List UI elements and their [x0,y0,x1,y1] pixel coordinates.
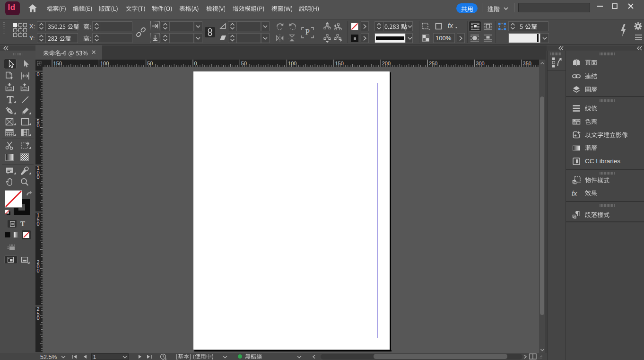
svg-text:200: 200 [382,61,391,66]
svg-text:0: 0 [194,61,197,66]
svg-text:100: 100 [288,61,296,66]
svg-text:0: 0 [37,174,40,180]
svg-text:100: 100 [100,61,109,66]
svg-text:50: 50 [147,61,153,66]
svg-text:300: 300 [476,61,484,66]
svg-text:0: 0 [37,123,40,128]
svg-text:150: 150 [335,61,343,66]
svg-text:0: 0 [37,315,40,321]
svg-text:150: 150 [53,61,62,66]
svg-text:0: 0 [37,268,40,273]
svg-text:0: 0 [37,221,40,227]
svg-text:250: 250 [429,61,437,66]
svg-text:0: 0 [37,71,40,77]
svg-text:350: 350 [523,61,531,66]
svg-text:50: 50 [241,61,247,66]
